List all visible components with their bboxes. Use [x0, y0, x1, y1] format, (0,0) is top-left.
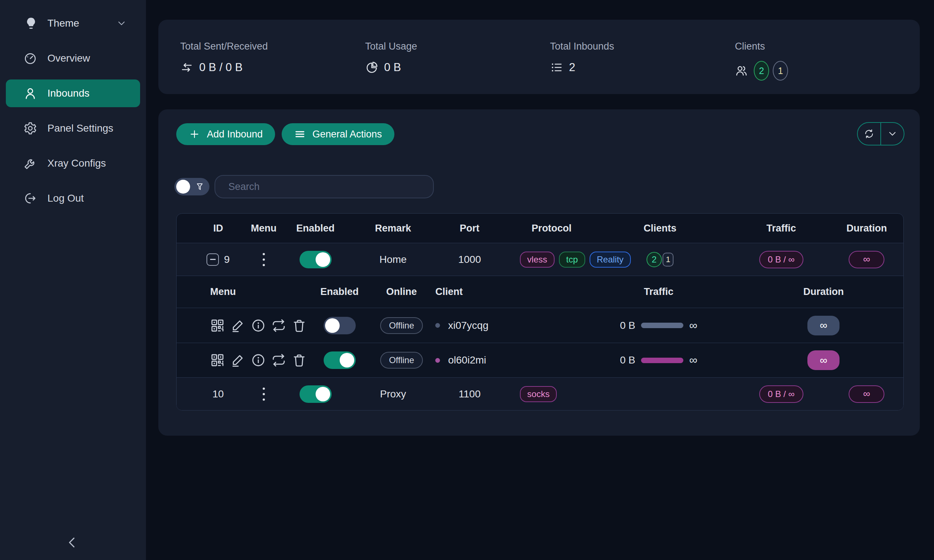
col-header-menu: Menu — [245, 223, 282, 234]
online-status-badge: Offline — [380, 317, 423, 334]
sidebar: Theme Overview Inbounds Panel Settings X… — [0, 0, 146, 560]
stat-label: Clients — [735, 41, 920, 52]
col-header-protocol: Protocol — [502, 223, 602, 234]
stat-label: Total Usage — [365, 41, 550, 52]
traffic-limit: ∞ — [689, 319, 697, 332]
row-menu-button[interactable] — [259, 251, 268, 268]
clients-disabled-badge: 1 — [663, 253, 674, 266]
delete-icon[interactable] — [292, 353, 307, 368]
sub-col-header-menu: Menu — [194, 286, 308, 297]
row-id: 9 — [224, 254, 230, 265]
clients-enabled-badge: 2 — [754, 61, 769, 81]
table-row: 9 Home 1000 vless tcp Reality 2 1 0 B / … — [177, 243, 903, 275]
add-inbound-label: Add Inbound — [207, 129, 263, 140]
traffic-badge: 0 B / ∞ — [759, 385, 803, 403]
list-icon — [550, 61, 563, 74]
info-icon[interactable] — [251, 353, 266, 368]
sidebar-item-label: Overview — [48, 52, 90, 64]
stat-clients: Clients 2 1 — [735, 41, 920, 81]
client-enabled-toggle[interactable] — [324, 351, 356, 369]
qr-code-icon[interactable] — [210, 353, 225, 368]
chevron-down-icon — [887, 128, 898, 139]
sidebar-item-xray-configs[interactable]: Xray Configs — [6, 149, 140, 177]
table-header: ID Menu Enabled Remark Port Protocol Cli… — [177, 214, 903, 243]
add-inbound-button[interactable]: Add Inbound — [176, 123, 275, 145]
stat-value: 0 B / 0 B — [199, 61, 243, 74]
duration-badge: ∞ — [849, 251, 885, 268]
sidebar-item-overview[interactable]: Overview — [6, 45, 140, 72]
row-port: 1100 — [459, 388, 481, 400]
theme-selector[interactable]: Theme — [0, 10, 146, 37]
users-icon — [735, 64, 748, 77]
traffic-progress-bar — [641, 358, 683, 363]
sidebar-item-label: Log Out — [48, 192, 84, 204]
client-row: Offline xi07ycqg 0 B ∞ ∞ — [177, 308, 903, 343]
client-duration-badge: ∞ — [808, 350, 840, 370]
protocol-badge-tcp: tcp — [559, 252, 585, 268]
info-icon[interactable] — [251, 318, 266, 333]
edit-icon[interactable] — [231, 318, 245, 333]
stat-total-usage: Total Usage 0 B — [365, 41, 550, 81]
inbounds-table: ID Menu Enabled Remark Port Protocol Cli… — [176, 213, 904, 411]
row-menu-button[interactable] — [259, 385, 268, 403]
main-content: Total Sent/Received 0 B / 0 B Total Usag… — [146, 0, 934, 560]
traffic-limit: ∞ — [689, 354, 697, 367]
sub-col-header-enabled: Enabled — [308, 286, 371, 297]
general-actions-button[interactable]: General Actions — [282, 123, 395, 145]
subtable-header: Menu Enabled Online Client Traffic Durat… — [177, 276, 903, 308]
hamburger-menu-icon — [294, 128, 306, 140]
enabled-toggle[interactable] — [299, 251, 331, 268]
theme-label: Theme — [48, 17, 79, 29]
gauge-icon — [23, 51, 37, 65]
qr-code-icon[interactable] — [210, 318, 225, 333]
refresh-button[interactable] — [858, 123, 880, 145]
sub-col-header-online: Online — [371, 286, 432, 297]
sub-col-header-client: Client — [432, 286, 573, 297]
delete-icon[interactable] — [292, 318, 307, 333]
toggle-knob — [176, 180, 190, 194]
gear-icon — [23, 122, 37, 135]
clients-enabled-badge: 2 — [646, 252, 662, 267]
client-name: xi07ycqg — [448, 320, 489, 331]
col-header-id: ID — [191, 223, 245, 234]
search-input[interactable] — [214, 175, 434, 198]
sub-col-header-traffic: Traffic — [573, 286, 744, 297]
traffic-badge: 0 B / ∞ — [759, 251, 803, 268]
transfer-icon — [180, 61, 193, 74]
col-header-port: Port — [438, 223, 502, 234]
col-header-remark: Remark — [348, 223, 438, 234]
wrench-icon — [23, 156, 37, 170]
sidebar-item-label: Inbounds — [48, 88, 89, 99]
inbounds-card: Add Inbound General Actions — [158, 109, 920, 436]
chevron-down-icon — [116, 18, 127, 29]
clients-disabled-badge: 1 — [773, 61, 788, 81]
refresh-dropdown-button[interactable] — [880, 123, 904, 145]
clients-subtable: Menu Enabled Online Client Traffic Durat… — [177, 275, 903, 377]
row-remark: Home — [379, 254, 407, 265]
plus-icon — [189, 128, 200, 140]
user-icon — [23, 86, 37, 100]
sidebar-item-log-out[interactable]: Log Out — [6, 185, 140, 212]
client-enabled-toggle[interactable] — [324, 317, 356, 334]
enabled-toggle[interactable] — [299, 385, 331, 403]
sidebar-item-inbounds[interactable]: Inbounds — [6, 80, 140, 107]
traffic-used: 0 B — [620, 354, 635, 366]
collapse-row-icon[interactable] — [207, 253, 219, 266]
pie-chart-icon — [365, 61, 378, 74]
online-status-badge: Offline — [380, 352, 423, 369]
col-header-clients: Clients — [602, 223, 719, 234]
client-status-dot — [435, 358, 440, 363]
stat-value: 0 B — [384, 61, 401, 74]
reset-traffic-icon[interactable] — [271, 318, 286, 333]
client-row: Offline ol60i2mi 0 B ∞ ∞ — [177, 343, 903, 377]
col-header-traffic: Traffic — [718, 223, 844, 234]
sidebar-item-panel-settings[interactable]: Panel Settings — [6, 114, 140, 142]
edit-icon[interactable] — [231, 353, 245, 368]
protocol-badge-vless: vless — [520, 252, 555, 268]
filter-toggle[interactable] — [174, 178, 210, 195]
row-remark: Proxy — [380, 388, 406, 400]
stat-total-inbounds: Total Inbounds 2 — [550, 41, 735, 81]
sidebar-collapse-button[interactable] — [64, 534, 80, 551]
reset-traffic-icon[interactable] — [271, 353, 286, 368]
sidebar-item-label: Xray Configs — [48, 157, 106, 169]
